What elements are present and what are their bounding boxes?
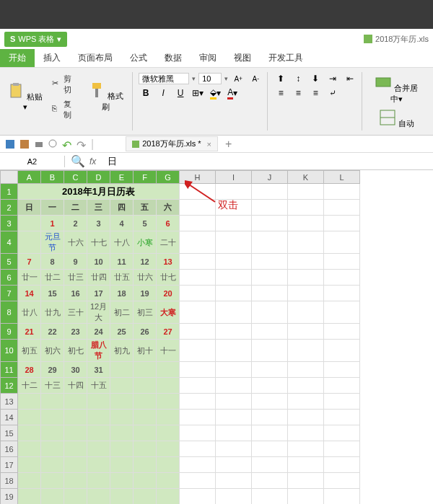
qat-icon-2[interactable] — [19, 138, 30, 150]
row-header-18[interactable]: 18 — [1, 473, 18, 489]
cell-C7[interactable]: 16 — [64, 286, 87, 301]
cell-J16[interactable] — [252, 441, 288, 457]
column-header-G[interactable]: G — [157, 171, 180, 184]
tab-4[interactable]: 数据 — [156, 49, 191, 67]
cell-K7[interactable] — [288, 286, 324, 301]
cell-B8[interactable]: 廿九 — [41, 301, 64, 324]
cell-D10[interactable]: 腊八节 — [87, 340, 110, 362]
align-center-button[interactable]: ≡ — [291, 87, 305, 100]
cell-B7[interactable]: 15 — [41, 286, 64, 301]
column-header-I[interactable]: I — [216, 171, 252, 184]
cell-F9[interactable]: 26 — [134, 324, 157, 340]
fill-color-button[interactable]: ⬙▾ — [208, 87, 222, 100]
cell-C4[interactable]: 十六 — [64, 231, 87, 254]
cell-L4[interactable] — [324, 231, 360, 254]
cell-G19[interactable] — [157, 489, 180, 505]
cell-J4[interactable] — [252, 231, 288, 254]
cell-I8[interactable] — [216, 301, 252, 324]
cell-I13[interactable] — [216, 394, 252, 410]
search-icon[interactable]: 🔍 — [71, 154, 85, 168]
cell-C13[interactable] — [64, 394, 87, 410]
name-box[interactable]: A2 — [0, 156, 65, 167]
cell-H11[interactable] — [180, 362, 216, 378]
align-bottom-button[interactable]: ⬇ — [308, 72, 323, 85]
cell-F8[interactable]: 初三 — [134, 301, 157, 324]
cell-L19[interactable] — [324, 489, 360, 505]
cell-A5[interactable]: 7 — [18, 254, 41, 270]
row-header-12[interactable]: 12 — [1, 378, 18, 394]
row-header-8[interactable]: 8 — [1, 301, 18, 324]
cell-G10[interactable]: 十一 — [157, 340, 180, 362]
column-header-C[interactable]: C — [64, 171, 87, 184]
cell-C10[interactable]: 初七 — [64, 340, 87, 362]
cell-I16[interactable] — [216, 441, 252, 457]
cell-K13[interactable] — [288, 394, 324, 410]
cell-G9[interactable]: 27 — [157, 324, 180, 340]
column-header-F[interactable]: F — [134, 171, 157, 184]
cell-I12[interactable] — [216, 378, 252, 394]
cell-B9[interactable]: 22 — [41, 324, 64, 340]
cell-B18[interactable] — [41, 473, 64, 489]
print-icon[interactable] — [33, 138, 45, 150]
cell-L9[interactable] — [324, 324, 360, 340]
cell-B19[interactable] — [41, 489, 64, 505]
cell-J9[interactable] — [252, 324, 288, 340]
cell-L13[interactable] — [324, 394, 360, 410]
cell-I11[interactable] — [216, 362, 252, 378]
cell-A3[interactable] — [18, 216, 41, 231]
cell-E8[interactable]: 初二 — [110, 301, 134, 324]
cell-J6[interactable] — [252, 270, 288, 286]
cell-B2[interactable]: 一 — [41, 200, 64, 216]
cell-C8[interactable]: 三十 — [64, 301, 87, 324]
cell-J18[interactable] — [252, 473, 288, 489]
cell-K2[interactable] — [288, 200, 324, 216]
copy-button[interactable]: ⎘ 复制 — [49, 97, 80, 122]
cell-F16[interactable] — [134, 441, 157, 457]
cell-G2[interactable]: 六 — [157, 200, 180, 216]
row-header-17[interactable]: 17 — [1, 457, 18, 473]
cell-J1[interactable] — [252, 184, 288, 200]
cell-H3[interactable] — [180, 216, 216, 231]
cell-I4[interactable] — [216, 231, 252, 254]
cell-H18[interactable] — [180, 473, 216, 489]
cell-D15[interactable] — [87, 425, 110, 441]
cell-I15[interactable] — [216, 425, 252, 441]
cell-F18[interactable] — [134, 473, 157, 489]
cell-A1[interactable]: 2018年1月日历表 — [18, 184, 180, 200]
cell-G18[interactable] — [157, 473, 180, 489]
cell-I6[interactable] — [216, 270, 252, 286]
cell-E2[interactable]: 四 — [110, 200, 134, 216]
row-header-14[interactable]: 14 — [1, 410, 18, 425]
cell-F7[interactable]: 19 — [134, 286, 157, 301]
cell-E3[interactable]: 4 — [110, 216, 134, 231]
select-all-corner[interactable] — [1, 171, 18, 184]
cell-I19[interactable] — [216, 489, 252, 505]
document-tab[interactable]: 2018万年历.xls * × — [126, 136, 218, 151]
row-header-19[interactable]: 19 — [1, 489, 18, 505]
row-header-13[interactable]: 13 — [1, 394, 18, 410]
chevron-down-icon[interactable]: ▾ — [192, 75, 196, 82]
cell-A16[interactable] — [18, 441, 41, 457]
cell-K16[interactable] — [288, 441, 324, 457]
cell-K10[interactable] — [288, 340, 324, 362]
cell-K12[interactable] — [288, 378, 324, 394]
add-tab-button[interactable]: + — [221, 138, 236, 151]
chevron-down-icon[interactable]: ▾ — [224, 75, 228, 82]
cell-J2[interactable] — [252, 200, 288, 216]
font-size-select[interactable] — [198, 73, 222, 84]
spreadsheet-grid[interactable]: ABCDEFGHIJKL12018年1月日历表2日一二三四五六31234564元… — [0, 170, 360, 504]
auto-button[interactable]: 自动 — [368, 107, 424, 131]
cell-D14[interactable] — [87, 410, 110, 425]
font-color-button[interactable]: A▾ — [225, 87, 240, 100]
cell-L1[interactable] — [324, 184, 360, 200]
cell-C19[interactable] — [64, 489, 87, 505]
cell-B14[interactable] — [41, 410, 64, 425]
cell-A12[interactable]: 十二 — [18, 378, 41, 394]
cell-E13[interactable] — [110, 394, 134, 410]
cell-J3[interactable] — [252, 216, 288, 231]
align-right-button[interactable]: ≡ — [308, 87, 323, 100]
app-logo[interactable]: S WPS 表格 ▾ — [4, 32, 67, 47]
cell-G17[interactable] — [157, 457, 180, 473]
cell-L15[interactable] — [324, 425, 360, 441]
cell-J19[interactable] — [252, 489, 288, 505]
